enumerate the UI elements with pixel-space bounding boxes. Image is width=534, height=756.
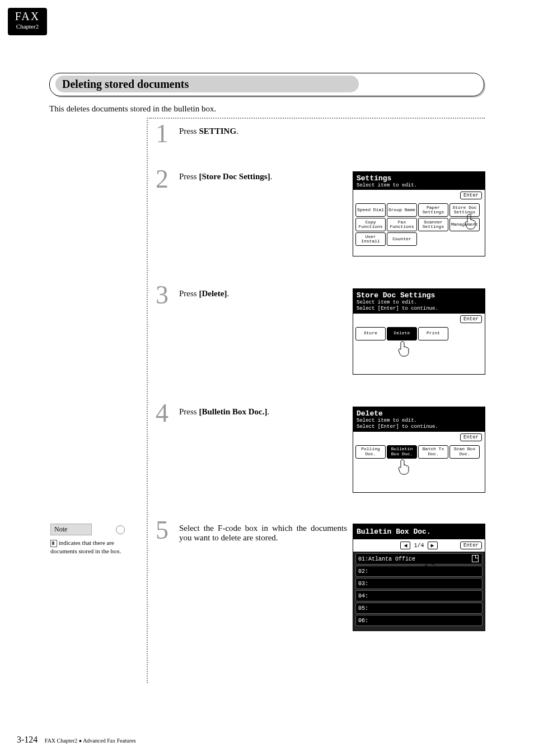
- list-item-label: 04:: [358, 593, 368, 599]
- list-item-label: 01:Atlanta Office: [358, 556, 415, 562]
- note-body: indicates that there are documents store…: [50, 539, 140, 556]
- list-item-label: 06:: [358, 618, 368, 624]
- enter-button[interactable]: Enter: [460, 315, 482, 323]
- footer-separator: ●: [79, 738, 82, 744]
- lcd-store-doc-sub1: Select item to edit.: [357, 300, 481, 306]
- footer-chapter: FAX Chapter2: [45, 738, 77, 744]
- step1-post: .: [236, 127, 238, 136]
- btn-batch-tx-doc[interactable]: Batch Tx Doc.: [418, 445, 448, 459]
- enter-button[interactable]: Enter: [460, 192, 482, 199]
- lcd-settings-enter-row: Enter: [353, 190, 485, 201]
- pointer-hand-icon: [463, 213, 478, 230]
- btn-group-name[interactable]: Group Name: [387, 203, 417, 217]
- lcd-store-doc-grid: Store Delete Print: [353, 325, 485, 374]
- lcd-delete: Delete Select item to edit. Select [Ente…: [353, 407, 485, 493]
- lcd-settings-sub: Select item to edit.: [357, 183, 481, 189]
- step-number-2: 2: [156, 164, 168, 194]
- step-text-1: Press SETTING.: [179, 127, 347, 136]
- list-item[interactable]: 01:Atlanta Office: [355, 553, 483, 564]
- step3-pre: Press: [179, 289, 199, 298]
- step2-pre: Press: [179, 172, 199, 181]
- btn-counter[interactable]: Counter: [387, 232, 417, 246]
- note-label: Note: [50, 524, 92, 535]
- pointer-hand-icon: [397, 340, 411, 357]
- btn-copy-functions[interactable]: Copy Functions: [355, 218, 386, 231]
- next-page-button[interactable]: ▶: [428, 542, 438, 549]
- btn-print[interactable]: Print: [418, 327, 448, 340]
- btn-user-install[interactable]: User Install: [355, 232, 386, 246]
- lcd-store-doc-enter-row: Enter: [353, 314, 485, 325]
- lcd-bulletin-header: Bulletin Box Doc.: [353, 524, 485, 539]
- chapter-tab: FAX Chapter2: [8, 8, 47, 35]
- document-stored-icon: [50, 540, 57, 547]
- list-item[interactable]: 04:: [355, 590, 483, 601]
- page-footer: 3-124 FAX Chapter2 ● Advanced Fax Featur…: [17, 735, 136, 745]
- lcd-store-doc-header: Store Doc Settings Select item to edit. …: [353, 289, 485, 314]
- list-item-label: 03:: [358, 581, 368, 587]
- pointer-hand-icon: [397, 459, 411, 475]
- step-number-1: 1: [156, 119, 168, 148]
- step4-pre: Press: [179, 407, 199, 416]
- lcd-bulletin-list: 01:Atlanta Office 02: 03: 04: 05: 06:: [353, 552, 485, 631]
- list-item[interactable]: 02:: [355, 566, 483, 577]
- tab-subtitle: Chapter2: [8, 23, 47, 30]
- step2-bold: [Store Doc Settings]: [199, 172, 270, 181]
- list-item[interactable]: 06:: [355, 615, 483, 626]
- btn-store[interactable]: Store: [355, 327, 386, 340]
- lcd-delete-grid: Polling Doc. Bulletin Box Doc. Batch Tx …: [353, 443, 485, 492]
- footer-section: Advanced Fax Features: [83, 738, 135, 744]
- step1-bold: SETTING: [199, 127, 236, 136]
- step4-bold: [Bulletin Box Doc.]: [199, 407, 267, 416]
- lcd-delete-sub1: Select item to edit.: [357, 418, 481, 424]
- enter-button[interactable]: Enter: [460, 542, 482, 549]
- lcd-bulletin: Bulletin Box Doc. ◀ 1/4 ▶ Enter 01:Atlan…: [353, 524, 485, 631]
- step-number-5: 5: [156, 515, 168, 545]
- step-text-3: Press [Delete].: [179, 289, 347, 298]
- note-body-text: indicates that there are documents store…: [50, 539, 121, 554]
- page-number: 3-124: [17, 735, 38, 744]
- btn-delete[interactable]: Delete: [387, 327, 417, 340]
- list-item-label: 05:: [358, 605, 368, 612]
- divider-vertical: [147, 118, 148, 683]
- btn-fax-functions[interactable]: Fax Functions: [387, 218, 417, 231]
- note-circle-icon: [116, 525, 125, 534]
- step-text-5: Select the F-code box in which the docum…: [179, 524, 347, 543]
- prev-page-button[interactable]: ◀: [400, 542, 410, 549]
- lcd-delete-enter-row: Enter: [353, 432, 485, 443]
- step4-post: .: [268, 407, 270, 416]
- btn-polling-doc[interactable]: Polling Doc.: [355, 445, 386, 459]
- list-item[interactable]: 05:: [355, 603, 483, 614]
- btn-speed-dial[interactable]: Speed Dial: [355, 203, 386, 217]
- divider-horizontal: [149, 118, 485, 119]
- pointer-hand-icon: [423, 557, 437, 574]
- tab-title: FAX: [8, 10, 47, 23]
- lcd-settings-header: Settings Select item to edit.: [353, 172, 485, 190]
- btn-scan-box-doc[interactable]: Scan Box Doc.: [449, 445, 480, 459]
- lcd-delete-title: Delete: [357, 409, 481, 418]
- step-number-3: 3: [156, 280, 168, 310]
- lcd-bulletin-title: Bulletin Box Doc.: [357, 528, 481, 536]
- enter-button[interactable]: Enter: [460, 433, 482, 441]
- document-stored-icon: [472, 555, 479, 562]
- btn-bulletin-box-doc[interactable]: Bulletin Box Doc.: [387, 445, 417, 459]
- step-text-2: Press [Store Doc Settings].: [179, 172, 347, 181]
- lcd-store-doc-sub2: Select [Enter] to continue.: [357, 306, 481, 312]
- step3-bold: [Delete]: [199, 289, 227, 298]
- step2-post: .: [270, 172, 273, 181]
- intro-text: This deletes documents stored in the bul…: [49, 104, 216, 114]
- lcd-settings-title: Settings: [357, 174, 481, 183]
- lcd-delete-header: Delete Select item to edit. Select [Ente…: [353, 407, 485, 432]
- section-header: Deleting stored documents: [49, 73, 484, 96]
- lcd-bulletin-toolbar: ◀ 1/4 ▶ Enter: [353, 539, 485, 552]
- btn-scanner-settings[interactable]: Scanner Settings: [418, 218, 448, 231]
- lcd-store-doc: Store Doc Settings Select item to edit. …: [353, 288, 485, 375]
- step-text-4: Press [Bulletin Box Doc.].: [179, 407, 347, 417]
- lcd-settings: Settings Select item to edit. Enter Spee…: [353, 171, 485, 256]
- list-item[interactable]: 03:: [355, 578, 483, 589]
- section-title: Deleting stored documents: [55, 76, 359, 92]
- step3-post: .: [227, 289, 229, 298]
- list-item-label: 02:: [358, 568, 368, 575]
- lcd-store-doc-title: Store Doc Settings: [357, 291, 481, 300]
- lcd-delete-sub2: Select [Enter] to continue.: [357, 424, 481, 430]
- btn-paper-settings[interactable]: Paper Settings: [418, 203, 448, 217]
